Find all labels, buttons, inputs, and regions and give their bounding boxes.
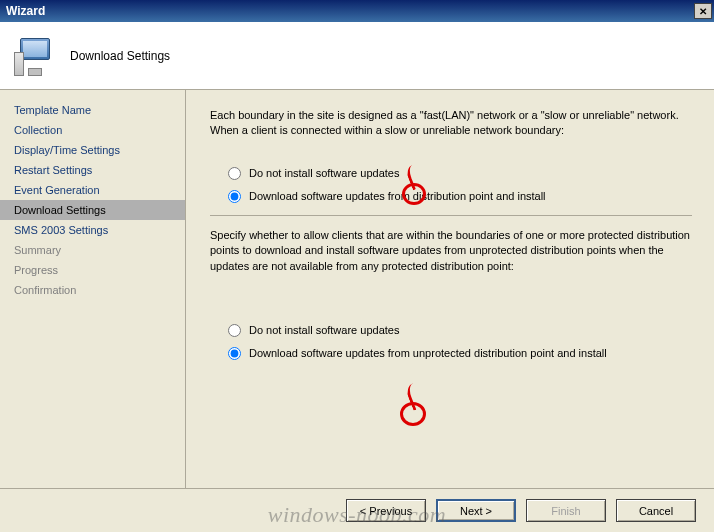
sidebar-item-collection[interactable]: Collection	[0, 120, 185, 140]
radio-label-download-2: Download software updates from unprotect…	[249, 347, 607, 359]
radio-row-download-1[interactable]: Download software updates from distribut…	[228, 190, 692, 203]
sidebar: Template Name Collection Display/Time Se…	[0, 90, 186, 488]
radio-row-no-install-2[interactable]: Do not install software updates	[228, 324, 692, 337]
wizard-header: Download Settings	[0, 22, 714, 90]
slow-boundary-group: Do not install software updates Download…	[228, 167, 692, 203]
radio-label-no-install-1: Do not install software updates	[249, 167, 399, 179]
sidebar-item-summary[interactable]: Summary	[0, 240, 185, 260]
sidebar-item-download-settings[interactable]: Download Settings	[0, 200, 185, 220]
sidebar-item-template-name[interactable]: Template Name	[0, 100, 185, 120]
wizard-body: Template Name Collection Display/Time Se…	[0, 90, 714, 488]
previous-button[interactable]: < Previous	[346, 499, 426, 522]
close-button[interactable]: ✕	[694, 3, 712, 19]
intro-text: Each boundary in the site is designed as…	[210, 108, 692, 139]
cancel-button[interactable]: Cancel	[616, 499, 696, 522]
main-panel: Each boundary in the site is designed as…	[186, 90, 714, 488]
annotation-tail-2	[404, 379, 432, 411]
protected-dp-text: Specify whether to allow clients that ar…	[210, 228, 692, 274]
button-bar: < Previous Next > Finish Cancel	[0, 488, 714, 532]
radio-row-download-2[interactable]: Download software updates from unprotect…	[228, 347, 692, 360]
computer-icon	[14, 36, 54, 76]
radio-download-1[interactable]	[228, 190, 241, 203]
divider	[210, 215, 692, 216]
sidebar-item-progress[interactable]: Progress	[0, 260, 185, 280]
radio-label-download-1: Download software updates from distribut…	[249, 190, 546, 202]
sidebar-item-restart[interactable]: Restart Settings	[0, 160, 185, 180]
finish-button[interactable]: Finish	[526, 499, 606, 522]
radio-download-2[interactable]	[228, 347, 241, 360]
sidebar-item-event-generation[interactable]: Event Generation	[0, 180, 185, 200]
protected-dp-group: Do not install software updates Download…	[228, 324, 692, 360]
page-title: Download Settings	[70, 49, 170, 63]
annotation-circle-2	[400, 402, 426, 426]
radio-row-no-install-1[interactable]: Do not install software updates	[228, 167, 692, 180]
window-title: Wizard	[6, 4, 45, 18]
radio-label-no-install-2: Do not install software updates	[249, 324, 399, 336]
titlebar: Wizard ✕	[0, 0, 714, 22]
sidebar-item-display-time[interactable]: Display/Time Settings	[0, 140, 185, 160]
radio-no-install-1[interactable]	[228, 167, 241, 180]
sidebar-item-confirmation[interactable]: Confirmation	[0, 280, 185, 300]
radio-no-install-2[interactable]	[228, 324, 241, 337]
sidebar-item-sms-2003[interactable]: SMS 2003 Settings	[0, 220, 185, 240]
next-button[interactable]: Next >	[436, 499, 516, 522]
